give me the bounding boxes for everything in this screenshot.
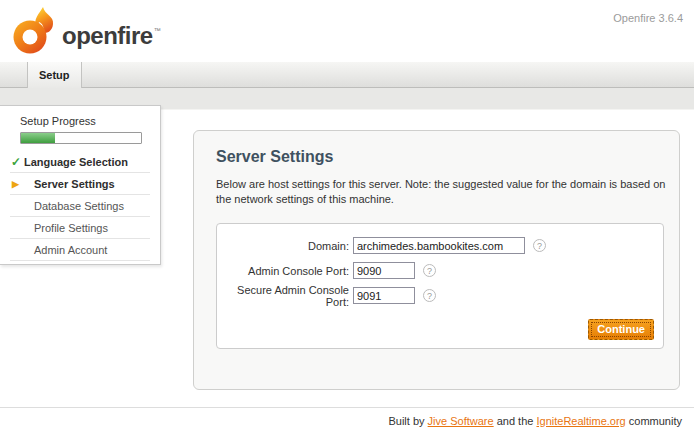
form-row-secure-port: Secure Admin Console Port: xyxy=(217,283,663,308)
footer-credits: Built by Jive Software and the IgniteRea… xyxy=(388,415,682,427)
footer-text: community xyxy=(629,415,682,427)
sidebar-title: Setup Progress xyxy=(20,115,160,127)
setup-steps-list: ✓ Language Selection ▶ Server Settings D… xyxy=(0,151,160,261)
footer-divider xyxy=(0,407,694,408)
check-icon: ✓ xyxy=(11,151,21,173)
domain-input[interactable] xyxy=(353,237,525,254)
admin-port-label: Admin Console Port: xyxy=(217,265,349,277)
logo-wordmark: openfire xyxy=(62,22,153,50)
tab-bar: Setup xyxy=(0,62,694,88)
sidebar-item-profile-settings[interactable]: Profile Settings xyxy=(10,217,150,239)
header: openfire™ Openfire 3.6.4 xyxy=(0,0,694,62)
openfire-logo: openfire™ xyxy=(10,6,161,56)
server-settings-form: Domain: Admin Console Port: Secure Admin… xyxy=(216,223,664,349)
progress-bar-fill xyxy=(21,133,55,143)
sidebar-item-admin-account[interactable]: Admin Account xyxy=(10,239,150,261)
sidebar-item-server-settings[interactable]: ▶ Server Settings xyxy=(10,173,150,195)
footer-text: Built by xyxy=(388,415,424,427)
page-title: Server Settings xyxy=(216,148,679,166)
form-row-admin-port: Admin Console Port: xyxy=(217,258,663,283)
help-icon[interactable] xyxy=(423,264,436,277)
sidebar-item-label: Language Selection xyxy=(24,156,128,168)
footer-text: and the xyxy=(497,415,534,427)
igniterealtime-link[interactable]: IgniteRealtime.org xyxy=(536,415,625,427)
help-icon[interactable] xyxy=(423,289,436,302)
sidebar-item-label: Admin Account xyxy=(34,244,107,256)
secure-port-input[interactable] xyxy=(353,287,415,304)
page-description: Below are host settings for this server.… xyxy=(216,177,671,207)
trademark-symbol: ™ xyxy=(154,27,161,34)
continue-button[interactable]: Continue xyxy=(588,319,654,340)
progress-bar xyxy=(20,132,142,144)
sidebar-item-label: Profile Settings xyxy=(34,222,108,234)
domain-label: Domain: xyxy=(217,240,349,252)
sidebar-item-language-selection[interactable]: ✓ Language Selection xyxy=(10,151,150,173)
setup-progress-sidebar: Setup Progress ✓ Language Selection ▶ Se… xyxy=(0,105,161,265)
help-icon[interactable] xyxy=(533,239,546,252)
version-label: Openfire 3.6.4 xyxy=(613,12,683,24)
sidebar-item-label: Server Settings xyxy=(34,178,115,190)
server-settings-panel: Server Settings Below are host settings … xyxy=(193,130,680,390)
admin-port-input[interactable] xyxy=(353,262,415,279)
jive-software-link[interactable]: Jive Software xyxy=(428,415,494,427)
form-row-domain: Domain: xyxy=(217,233,663,258)
secure-port-label: Secure Admin Console Port: xyxy=(217,284,349,308)
sidebar-item-label: Database Settings xyxy=(34,200,124,212)
sidebar-item-database-settings[interactable]: Database Settings xyxy=(10,195,150,217)
tab-setup[interactable]: Setup xyxy=(27,62,82,88)
openfire-flame-icon xyxy=(10,6,56,56)
arrow-right-icon: ▶ xyxy=(12,173,19,195)
